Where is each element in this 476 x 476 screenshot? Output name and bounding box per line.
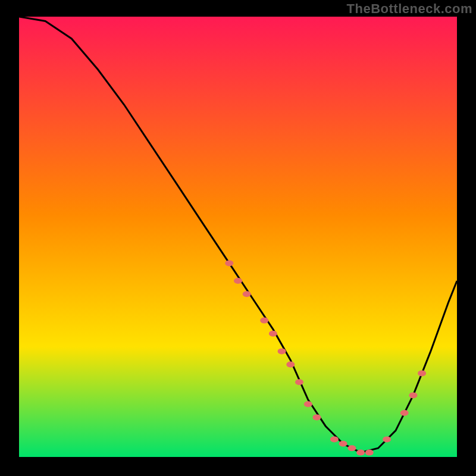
marker-point — [339, 441, 347, 447]
marker-point — [347, 445, 356, 451]
marker-point — [409, 392, 417, 398]
marker-point — [304, 401, 312, 407]
marker-point — [356, 450, 365, 456]
marker-point — [286, 362, 295, 368]
marker-point — [313, 414, 321, 420]
chart-svg — [19, 17, 457, 457]
marker-point — [269, 331, 277, 337]
marker-point — [225, 260, 233, 266]
marker-point — [383, 436, 391, 442]
marker-point — [330, 436, 339, 442]
watermark-text: TheBottleneck.com — [347, 1, 472, 17]
marker-point — [234, 278, 242, 284]
marker-point — [400, 410, 409, 416]
marker-point — [295, 379, 303, 385]
marker-point — [243, 291, 251, 297]
gradient-background — [19, 17, 457, 457]
marker-point — [278, 348, 286, 354]
marker-point — [365, 450, 374, 456]
chart-frame: TheBottleneck.com — [0, 0, 476, 476]
marker-point — [418, 370, 426, 376]
marker-point — [260, 318, 268, 324]
plot-area — [19, 17, 457, 457]
